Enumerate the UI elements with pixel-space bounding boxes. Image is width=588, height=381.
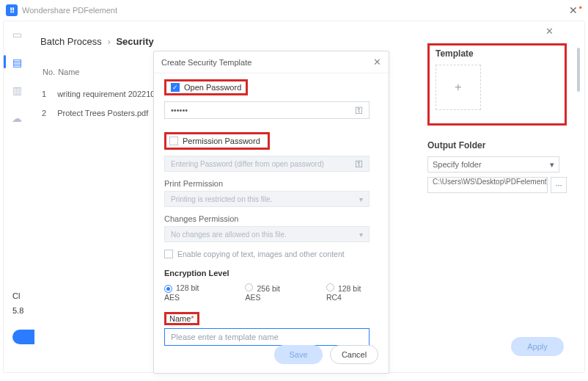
password-mask: •••••• [171,106,188,115]
permission-password-checkbox[interactable] [169,137,178,145]
rail-home-icon[interactable]: ▭ [11,29,23,40]
dialog-title: Create Security Template [161,58,251,67]
chevron-down-icon: ▾ [359,231,363,239]
radio-icon [326,283,334,291]
col-header-name: Name [57,67,155,84]
template-section: Template + [427,43,567,126]
open-password-checkbox[interactable]: ✓ [171,83,180,92]
enable-copying-checkbox [164,250,173,258]
left-blue-pill[interactable] [12,330,34,344]
left-rail: ▭ ▤ ▥ ☁ [4,29,30,124]
col-header-no: No. [42,67,56,84]
breadcrumb-root[interactable]: Batch Process [40,36,102,47]
active-indicator [4,55,6,68]
encryption-option[interactable]: 256 bit AES [245,283,296,302]
title-bar: ⠿ Wondershare PDFelement • ✕ [0,0,588,21]
name-placeholder: Please enter a template name [171,333,279,341]
radio-icon [245,283,253,291]
eye-icon[interactable]: ⚿ [355,106,363,115]
breadcrumb: Batch Process › Security [40,36,154,47]
radio-icon [164,285,172,293]
plus-icon: + [455,81,461,94]
eye-icon: ⚿ [355,159,363,168]
output-path-input[interactable]: C:\Users\WS\Desktop\PDFelement\Sec [427,177,548,193]
print-permission-label: Print Permission [164,179,378,188]
enable-copying-label: Enable copying of text, images and other… [177,250,345,258]
print-permission-select: Printing is restricted on this file. ▾ [164,191,370,207]
cell-no: 1 [42,85,56,103]
changes-permission-label: Changes Permission [164,214,378,223]
open-password-input[interactable]: •••••• ⚿ [164,101,370,119]
breadcrumb-sep-icon: › [107,36,110,47]
template-name-input[interactable]: Please enter a template name [164,328,370,346]
add-template-button[interactable]: + [436,65,481,110]
output-folder-select[interactable]: Specify folder ▾ [427,156,559,173]
select-value: Specify folder [433,160,482,169]
window-accent-icon: • [578,2,582,13]
permission-password-label: Permission Password [183,137,260,145]
rail-doc-icon[interactable]: ▤ [11,57,23,68]
breadcrumb-current: Security [116,36,153,47]
create-security-template-dialog: Create Security Template ✕ ✓ Open Passwo… [153,51,389,374]
dialog-close-icon[interactable]: ✕ [373,57,381,68]
encryption-option[interactable]: 128 bit AES [164,283,216,302]
chevron-down-icon: ▾ [359,195,363,203]
panel-close-icon[interactable]: ✕ [545,26,554,37]
stat-line: 5.8 [12,306,23,315]
table-row[interactable]: 1 writing requirement 202210 [42,85,155,103]
apply-button[interactable]: Apply [511,337,564,356]
changes-permission-select: No changes are allowed on this file. ▾ [164,226,370,242]
table-row[interactable]: 2 Protect Trees Posters.pdf [42,104,155,122]
encryption-title: Encryption Level [164,269,378,277]
file-table: No. Name 1 writing requirement 202210 2 … [40,65,156,123]
rail-folder-icon[interactable]: ▥ [11,84,23,96]
encryption-option[interactable]: 128 bit RC4 [326,283,378,302]
app-logo-icon: ⠿ [6,4,18,16]
permission-password-row: Permission Password [164,132,270,150]
window-close-icon[interactable]: ✕ [569,4,578,16]
cell-name: Protect Trees Posters.pdf [57,104,155,122]
cancel-button[interactable]: Cancel [330,345,378,364]
save-label: Save [289,350,307,359]
rail-cloud-icon[interactable]: ☁ [11,112,23,124]
encryption-options: 128 bit AES 256 bit AES 128 bit RC4 [164,283,378,302]
browse-button[interactable]: ··· [551,177,567,193]
save-button[interactable]: Save [274,345,323,364]
main-panel: ✕ ▭ ▤ ▥ ☁ Batch Process › Security No. N… [3,21,585,373]
template-name-label: Name* [164,312,199,325]
enable-copying-row: Enable copying of text, images and other… [164,250,378,258]
placeholder-text: Entering Password (differ from open pass… [171,160,324,168]
scrollbar[interactable] [577,48,580,92]
cell-no: 2 [42,104,56,122]
apply-label: Apply [527,342,548,351]
output-folder-title: Output Folder [427,140,567,150]
cancel-label: Cancel [342,350,367,359]
stat-line: Cl [12,291,23,300]
name-label-text: Name [169,314,191,323]
chevron-down-icon: ▾ [550,160,554,170]
template-title: Template [436,48,559,59]
right-pane: Template + Output Folder Specify folder … [427,43,567,193]
cell-name: writing requirement 202210 [57,85,155,103]
required-asterisk: * [191,314,194,323]
print-value: Printing is restricted on this file. [171,195,272,203]
app-title: Wondershare PDFelement [22,6,117,15]
permission-password-input: Entering Password (differ from open pass… [164,156,370,172]
open-password-label: Open Password [184,83,241,92]
left-stats: Cl 5.8 [12,291,23,315]
changes-value: No changes are allowed on this file. [171,231,287,239]
open-password-row: ✓ Open Password [164,79,248,95]
dialog-title-bar: Create Security Template ✕ [154,51,389,73]
